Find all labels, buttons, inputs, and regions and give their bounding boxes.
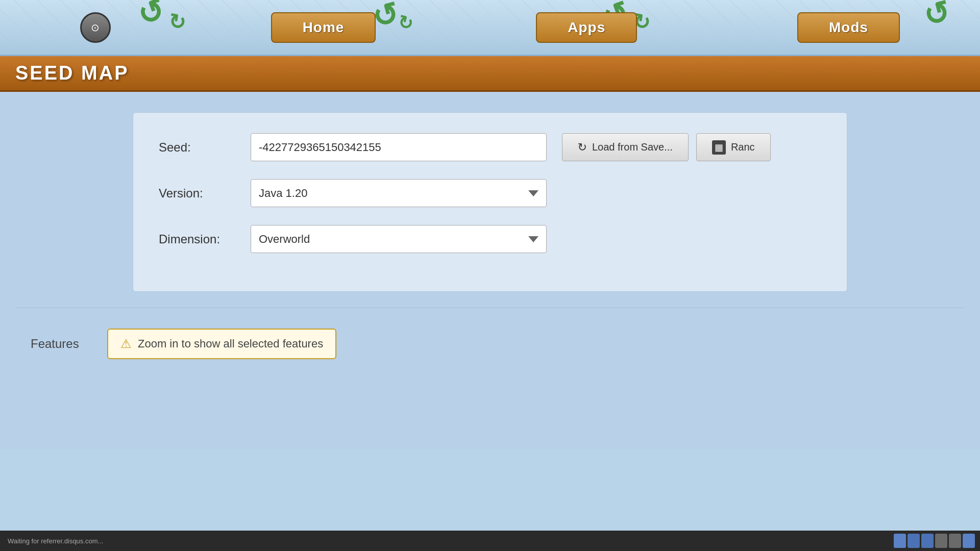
swirl-decoration-1: ↺ (133, 0, 169, 34)
swirl-decoration-4: ↻ (396, 11, 415, 35)
page-title: SEED MAP (15, 62, 129, 84)
features-section: Features ⚠ Zoom in to show all selected … (15, 323, 965, 364)
features-label: Features (31, 337, 92, 351)
version-row: Version: Java 1.20 Java 1.19 Java 1.18 B… (159, 179, 821, 207)
seed-input[interactable] (251, 133, 547, 161)
nav-apps-button[interactable]: Apps (536, 12, 637, 43)
taskbar-buttons (894, 534, 975, 548)
header-bar: SEED MAP (0, 56, 980, 92)
nav-mods-label: Mods (829, 19, 868, 35)
taskbar-btn-2[interactable] (908, 534, 920, 548)
version-select[interactable]: Java 1.20 Java 1.19 Java 1.18 Bedrock (251, 179, 547, 207)
nav-icon[interactable]: ⊙ (80, 12, 111, 43)
warning-icon: ⚠ (120, 337, 132, 351)
random-icon: ▦ (712, 140, 726, 155)
nav-home-button[interactable]: Home (271, 12, 376, 43)
nav-home-label: Home (303, 19, 345, 35)
swirl-decoration-2: ↻ (166, 9, 187, 35)
load-icon: ↺ (578, 141, 587, 154)
random-button-label: Ranc (731, 141, 755, 153)
zoom-notice-text: Zoom in to show all selected features (138, 337, 323, 350)
load-from-save-button[interactable]: ↺ Load from Save... (562, 133, 689, 161)
nav-mods-button[interactable]: Mods (797, 12, 900, 43)
swirl-decoration-7: ↺ (920, 0, 953, 34)
nav-apps-label: Apps (568, 19, 605, 35)
dimension-select[interactable]: Overworld Nether The End (251, 225, 547, 253)
taskbar-btn-4[interactable] (935, 534, 947, 548)
form-panel: Seed: ↺ Load from Save... ▦ Ranc Version… (133, 112, 847, 292)
taskbar-btn-3[interactable] (921, 534, 934, 548)
zoom-notice: ⚠ Zoom in to show all selected features (107, 329, 336, 359)
dimension-label: Dimension: (159, 232, 251, 246)
taskbar-btn-6[interactable] (963, 534, 975, 548)
top-nav: ↺ ↻ ↺ ↻ ↺ ↻ ↺ ⊙ Home Apps Mods (0, 0, 980, 56)
section-divider (15, 307, 965, 308)
random-button[interactable]: ▦ Ranc (696, 133, 771, 161)
seed-row: Seed: ↺ Load from Save... ▦ Ranc (159, 133, 821, 161)
nav-icon-symbol: ⊙ (91, 21, 100, 34)
features-row: Features ⚠ Zoom in to show all selected … (31, 329, 949, 359)
dimension-row: Dimension: Overworld Nether The End (159, 225, 821, 253)
taskbar-btn-1[interactable] (894, 534, 906, 548)
version-label: Version: (159, 186, 251, 201)
action-buttons: ↺ Load from Save... ▦ Ranc (562, 133, 771, 161)
taskbar-btn-5[interactable] (949, 534, 961, 548)
taskbar: Waiting for referrer.disqus.com... (0, 531, 980, 551)
seed-label: Seed: (159, 140, 251, 155)
load-button-label: Load from Save... (592, 141, 673, 153)
main-content: Seed: ↺ Load from Save... ▦ Ranc Version… (0, 92, 980, 449)
taskbar-status: Waiting for referrer.disqus.com... (5, 537, 103, 545)
